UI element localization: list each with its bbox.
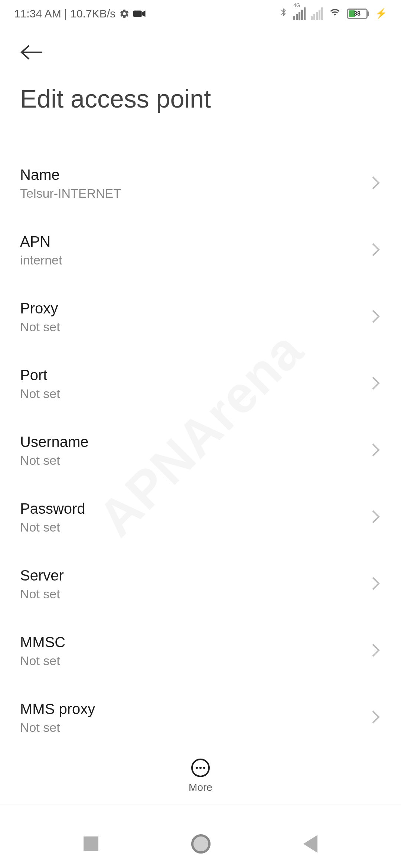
chevron-right-icon <box>371 442 381 460</box>
setting-value: Not set <box>20 453 89 468</box>
wifi-icon <box>328 7 342 20</box>
chevron-right-icon <box>371 175 381 193</box>
chevron-right-icon <box>371 375 381 393</box>
setting-label: Username <box>20 434 89 450</box>
setting-label: APN <box>20 233 62 250</box>
android-nav-bar <box>0 820 401 868</box>
setting-value: Not set <box>20 320 60 334</box>
setting-text: Password Not set <box>20 500 85 535</box>
chevron-right-icon <box>371 241 381 259</box>
setting-value: Telsur-INTERNET <box>20 186 121 201</box>
chevron-right-icon <box>371 308 381 326</box>
setting-row-port[interactable]: Port Not set <box>20 351 381 417</box>
setting-value: Not set <box>20 720 95 735</box>
setting-row-name[interactable]: Name Telsur-INTERNET <box>20 150 381 217</box>
setting-text: Port Not set <box>20 367 60 401</box>
setting-text: APN internet <box>20 233 62 267</box>
setting-value: internet <box>20 253 62 267</box>
setting-value: Not set <box>20 587 64 601</box>
svg-rect-0 <box>133 10 142 17</box>
setting-label: MMSC <box>20 634 65 651</box>
chevron-right-icon <box>371 642 381 660</box>
setting-value: Not set <box>20 520 85 535</box>
more-label: More <box>189 782 212 793</box>
setting-text: Proxy Not set <box>20 300 60 334</box>
setting-value: Not set <box>20 654 65 668</box>
status-time: 11:34 AM | 10.7KB/s <box>14 7 115 20</box>
setting-row-password[interactable]: Password Not set <box>20 484 381 551</box>
setting-value: Not set <box>20 387 60 401</box>
setting-row-mmsc[interactable]: MMSC Not set <box>20 618 381 684</box>
nav-back-icon[interactable] <box>303 835 317 853</box>
camera-icon <box>133 9 146 18</box>
chevron-right-icon <box>371 709 381 727</box>
setting-text: Server Not set <box>20 567 64 601</box>
setting-text: Username Not set <box>20 434 89 468</box>
setting-text: MMS proxy Not set <box>20 701 95 735</box>
status-left: 11:34 AM | 10.7KB/s <box>14 7 146 20</box>
setting-label: Server <box>20 567 64 584</box>
setting-label: Password <box>20 500 85 517</box>
setting-label: Proxy <box>20 300 60 317</box>
setting-row-proxy[interactable]: Proxy Not set <box>20 284 381 351</box>
setting-text: MMSC Not set <box>20 634 65 668</box>
battery-icon: 38 <box>347 9 369 19</box>
setting-label: MMS proxy <box>20 701 95 717</box>
more-icon <box>191 759 210 777</box>
settings-list: Name Telsur-INTERNET APN internet Proxy … <box>20 150 381 751</box>
setting-text: Name Telsur-INTERNET <box>20 167 121 201</box>
setting-row-mms-proxy[interactable]: MMS proxy Not set <box>20 684 381 751</box>
setting-label: Name <box>20 167 121 183</box>
signal-no-sim-icon <box>311 7 323 20</box>
status-right: 4G 38 ⚡ <box>279 6 387 21</box>
bluetooth-icon <box>279 6 288 21</box>
setting-row-server[interactable]: Server Not set <box>20 551 381 618</box>
setting-row-username[interactable]: Username Not set <box>20 417 381 484</box>
nav-home-icon[interactable] <box>191 834 211 854</box>
charging-icon: ⚡ <box>375 8 387 19</box>
gear-icon <box>119 9 130 19</box>
back-button[interactable] <box>20 44 381 62</box>
setting-label: Port <box>20 367 60 384</box>
more-button[interactable]: More <box>0 759 401 805</box>
status-bar: 11:34 AM | 10.7KB/s 4G <box>0 0 401 25</box>
chevron-right-icon <box>371 575 381 593</box>
page-title: Edit access point <box>20 84 381 113</box>
chevron-right-icon <box>371 509 381 526</box>
nav-recent-icon[interactable] <box>84 836 98 851</box>
signal-4g-icon: 4G <box>293 7 306 20</box>
setting-row-apn[interactable]: APN internet <box>20 217 381 284</box>
